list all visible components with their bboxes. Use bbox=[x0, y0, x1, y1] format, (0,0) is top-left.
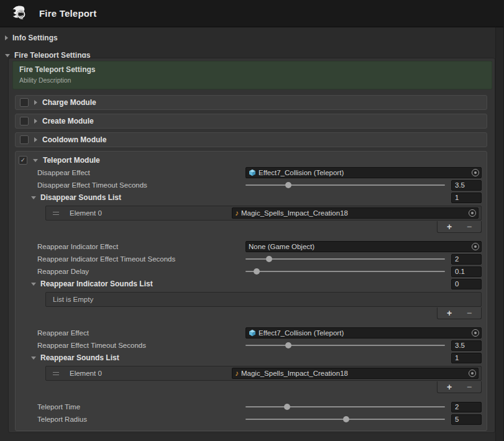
field-row-disappear-timeout: Disappear Effect Timeout Seconds 3.5 bbox=[21, 179, 482, 191]
scrollbar-gutter[interactable] bbox=[495, 27, 503, 441]
reappear-timeout-slider[interactable] bbox=[245, 345, 445, 346]
field-row-disappear-sounds-list[interactable]: Disappear Sounds List 1 bbox=[21, 191, 482, 204]
field-row-reappear-indicator-timeout: Reappear Indicator Effect Timeout Second… bbox=[21, 253, 482, 265]
field-label: Reappear Effect bbox=[21, 329, 245, 337]
slider-handle[interactable] bbox=[285, 182, 291, 188]
list-item[interactable]: Element 0 ♪ Magic_Spells_Impact_Creation… bbox=[45, 366, 482, 381]
field-row-reappear-sounds-list[interactable]: Reappear Sounds List 1 bbox=[21, 352, 482, 364]
drag-handle-icon[interactable] bbox=[53, 212, 59, 215]
teleport-module-panel: ✓ Teleport Module Disappear Effect Effec… bbox=[15, 151, 487, 431]
disappear-timeout-value-field[interactable]: 3.5 bbox=[451, 180, 482, 191]
list-footer: + − bbox=[437, 221, 482, 233]
module-row-cooldown[interactable]: Cooldown Module bbox=[15, 132, 487, 147]
chevron-right-icon bbox=[34, 100, 37, 105]
prefab-cube-icon bbox=[249, 169, 256, 176]
object-picker-icon[interactable] bbox=[469, 370, 476, 377]
field-label: Disappear Effect bbox=[21, 169, 245, 176]
slider-handle[interactable] bbox=[285, 342, 291, 348]
chevron-down-icon bbox=[5, 54, 10, 57]
drag-handle-icon[interactable] bbox=[53, 372, 59, 375]
object-field-value: Effect7_Collision (Teleport) bbox=[259, 329, 468, 337]
foldout-label: Info Settings bbox=[12, 34, 58, 42]
chevron-down-icon bbox=[33, 159, 38, 162]
list-label: Disappear Sounds List bbox=[40, 193, 121, 202]
field-label: Reappear Indicator Effect bbox=[21, 243, 245, 250]
slider-handle[interactable] bbox=[254, 268, 260, 275]
remove-element-button[interactable]: − bbox=[459, 222, 479, 232]
field-row-teleport-radius: Teleport Radius 5 bbox=[21, 413, 482, 425]
ability-description-box: Fire Teleport Settings Ability Descripti… bbox=[12, 61, 492, 89]
teleport-radius-slider[interactable] bbox=[245, 419, 445, 420]
window-title: Fire Teleport bbox=[39, 8, 96, 19]
list-item[interactable]: Element 0 ♪ Magic_Spells_Impact_Creation… bbox=[45, 206, 482, 220]
chevron-right-icon bbox=[34, 137, 37, 142]
field-label: Reappear Effect Timeout Seconds bbox=[21, 342, 245, 349]
remove-element-button[interactable]: − bbox=[459, 382, 479, 393]
disappear-sounds-size-field[interactable]: 1 bbox=[451, 193, 482, 203]
reappear-indicator-timeout-slider[interactable] bbox=[245, 258, 445, 260]
fireball-icon bbox=[10, 4, 29, 23]
charge-module-checkbox[interactable] bbox=[20, 98, 29, 107]
disappear-timeout-slider[interactable] bbox=[245, 184, 445, 186]
module-row-charge[interactable]: Charge Module bbox=[15, 95, 487, 110]
field-label: Teleport Radius bbox=[21, 416, 245, 423]
inspector-window: Fire Teleport Info Settings Fire Telepor… bbox=[0, 0, 504, 441]
add-element-button[interactable]: + bbox=[439, 382, 459, 393]
reappear-delay-value-field[interactable]: 0.1 bbox=[451, 266, 482, 277]
audio-note-icon: ♪ bbox=[235, 209, 239, 217]
field-label: Reappear Indicator Effect Timeout Second… bbox=[21, 255, 245, 263]
audio-note-icon: ♪ bbox=[235, 370, 239, 377]
reappear-sounds-size-field[interactable]: 1 bbox=[451, 353, 482, 363]
module-label: Create Module bbox=[42, 117, 94, 125]
object-field-value: Magic_Spells_Impact_Creation18 bbox=[241, 209, 465, 217]
foldout-info-settings[interactable]: Info Settings bbox=[5, 31, 503, 45]
field-row-reappear-indicator-sounds-list[interactable]: Reappear Indicator Sounds List 0 bbox=[21, 278, 482, 290]
chevron-down-icon bbox=[31, 283, 36, 286]
reappear-indicator-sounds-size-field[interactable]: 0 bbox=[451, 279, 482, 289]
object-picker-icon[interactable] bbox=[469, 209, 476, 217]
disappear-effect-object-field[interactable]: Effect7_Collision (Teleport) bbox=[245, 167, 482, 178]
empty-list-label: List is Empty bbox=[53, 296, 93, 303]
slider-handle[interactable] bbox=[266, 256, 272, 262]
empty-list-row: List is Empty bbox=[45, 292, 482, 307]
module-row-teleport[interactable]: ✓ Teleport Module bbox=[18, 154, 482, 166]
field-label: Teleport Time bbox=[21, 403, 245, 411]
teleport-time-value-field[interactable]: 2 bbox=[451, 402, 482, 412]
list-footer: + − bbox=[437, 381, 482, 393]
field-label: Disappear Effect Timeout Seconds bbox=[21, 181, 245, 189]
field-row-disappear-effect: Disappear Effect Effect7_Collision (Tele… bbox=[21, 166, 482, 179]
module-label: Charge Module bbox=[42, 98, 96, 107]
module-label: Cooldown Module bbox=[42, 135, 106, 144]
title-bar: Fire Teleport bbox=[0, 0, 503, 27]
reappear-element-audio-field[interactable]: ♪ Magic_Spells_Impact_Creation18 bbox=[232, 368, 479, 379]
reappear-timeout-value-field[interactable]: 3.5 bbox=[451, 340, 482, 351]
teleport-time-slider[interactable] bbox=[245, 406, 445, 407]
add-element-button[interactable]: + bbox=[439, 222, 459, 232]
prefab-cube-icon bbox=[249, 329, 256, 337]
field-row-reappear-timeout: Reappear Effect Timeout Seconds 3.5 bbox=[21, 339, 482, 352]
ability-subtitle: Ability Description bbox=[19, 76, 485, 84]
add-element-button[interactable]: + bbox=[439, 308, 459, 319]
disappear-element-audio-field[interactable]: ♪ Magic_Spells_Impact_Creation18 bbox=[232, 207, 479, 219]
field-row-reappear-indicator-effect: Reappear Indicator Effect None (Game Obj… bbox=[21, 240, 482, 253]
module-label: Teleport Module bbox=[43, 156, 100, 165]
slider-handle[interactable] bbox=[284, 404, 290, 410]
reappear-indicator-effect-object-field[interactable]: None (Game Object) bbox=[245, 241, 482, 252]
reappear-indicator-timeout-value-field[interactable]: 2 bbox=[451, 254, 482, 265]
object-picker-icon[interactable] bbox=[472, 169, 479, 176]
field-label: Reappear Delay bbox=[21, 268, 245, 275]
reappear-delay-slider[interactable] bbox=[245, 271, 445, 272]
module-row-create[interactable]: Create Module bbox=[15, 114, 487, 129]
slider-handle[interactable] bbox=[343, 416, 349, 422]
field-row-reappear-effect: Reappear Effect Effect7_Collision (Telep… bbox=[21, 327, 482, 339]
teleport-radius-value-field[interactable]: 5 bbox=[451, 414, 482, 425]
object-picker-icon[interactable] bbox=[472, 329, 479, 337]
reappear-effect-object-field[interactable]: Effect7_Collision (Teleport) bbox=[245, 327, 482, 339]
cooldown-module-checkbox[interactable] bbox=[20, 135, 29, 144]
element-label: Element 0 bbox=[70, 370, 232, 377]
teleport-module-checkbox[interactable]: ✓ bbox=[19, 156, 27, 165]
remove-element-button[interactable]: − bbox=[459, 308, 479, 319]
object-picker-icon[interactable] bbox=[472, 243, 479, 250]
create-module-checkbox[interactable] bbox=[20, 117, 29, 125]
object-field-value: None (Game Object) bbox=[249, 243, 468, 250]
